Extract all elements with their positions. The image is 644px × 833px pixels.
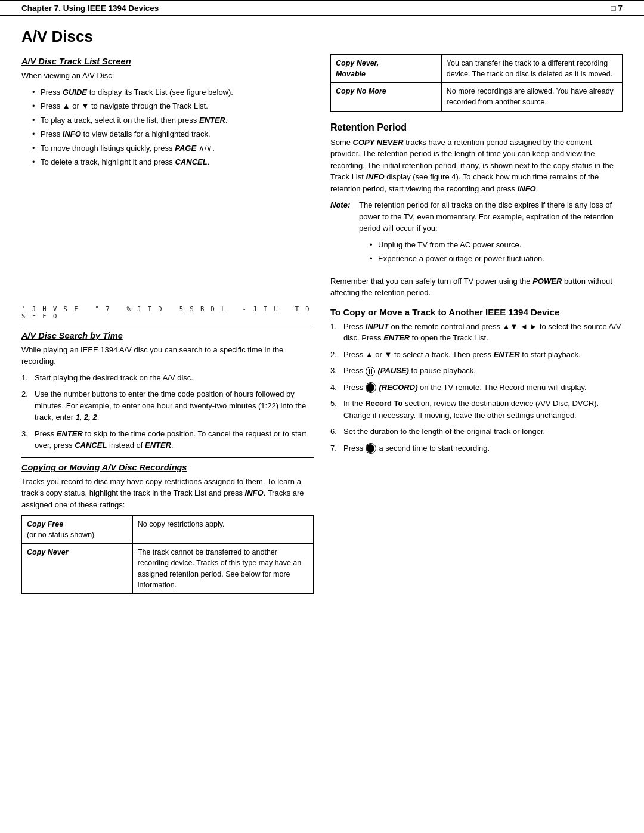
section-copying: Copying or Moving A/V Disc Recordings Tr… (21, 463, 314, 594)
content: A/V Discs A/V Disc Track List Screen Whe… (0, 16, 644, 612)
pause-icon (366, 367, 375, 376)
copy-never-label: Copy Never (22, 544, 133, 594)
copy-never-movable-value: You can transfer the track to a differen… (441, 55, 622, 83)
figure-area (21, 174, 314, 299)
right-column: Copy Never,Movable You can transfer the … (330, 54, 623, 600)
copy-table-row-never: Copy Never The track cannot be transferr… (22, 544, 314, 594)
track-list-intro: When viewing an A/V Disc: (21, 70, 314, 82)
page-header: Chapter 7. Using IEEE 1394 Devices □ 7 (0, 0, 644, 16)
bullet-3: To play a track, select it on the list, … (32, 114, 314, 126)
bullet-2: Press ▲ or ▼ to navigate through the Tra… (32, 100, 314, 112)
divider-1 (21, 326, 314, 326)
copy-table: Copy Free (or no status shown) No copy r… (21, 515, 314, 594)
copying-intro: Tracks you record to disc may have copy … (21, 476, 314, 511)
section-copy-move: To Copy or Move a Track to Another IEEE … (330, 307, 623, 454)
copy-move-step-4: Press (RECORD) on the TV remote. The Rec… (330, 382, 623, 394)
copy-move-step-2: Press ▲ or ▼ to select a track. Then pre… (330, 349, 623, 361)
copy-move-step-1: Press INPUT on the remote control and pr… (330, 321, 623, 344)
note-label: Note: (330, 199, 354, 270)
note-bullet-2: Experience a power outage or power fluct… (370, 253, 623, 265)
header-title: Chapter 7. Using IEEE 1394 Devices (21, 4, 159, 13)
divider-2 (21, 457, 314, 458)
copy-no-more-label: Copy No More (331, 83, 442, 111)
figure-caption: ' J H V S F " 7 % J T D 5 S B D L - J T … (21, 305, 314, 320)
copy-move-steps: Press INPUT on the remote control and pr… (330, 321, 623, 454)
copy-move-step-6: Set the duration to the length of the or… (330, 426, 623, 438)
top-copy-table: Copy Never,Movable You can transfer the … (330, 54, 623, 112)
header-page: □ 7 (611, 4, 623, 13)
section-search-by-time: A/V Disc Search by Time While playing an… (21, 331, 314, 451)
record-icon-2 (366, 443, 376, 454)
retention-para1: Some COPY NEVER tracks have a retention … (330, 137, 623, 195)
bullet-6: To delete a track, highlight it and pres… (32, 156, 314, 168)
copy-free-value: No copy restrictions apply. (132, 516, 313, 544)
note-content: The retention period for all tracks on t… (359, 199, 623, 270)
copy-move-step-5: In the Record To section, review the des… (330, 398, 623, 421)
retention-heading: Retention Period (330, 122, 623, 133)
record-icon (366, 382, 376, 393)
bullet-4: Press INFO to view details for a highlig… (32, 128, 314, 140)
section-retention: Retention Period Some COPY NEVER tracks … (330, 122, 623, 299)
note-bullet-1: Unplug the TV from the AC power source. (370, 239, 623, 251)
search-step-3: Press ENTER to skip to the time code pos… (21, 428, 314, 451)
left-column: A/V Disc Track List Screen When viewing … (21, 54, 314, 600)
bullet-1: Press GUIDE to display its Track List (s… (32, 86, 314, 98)
section-track-list: A/V Disc Track List Screen When viewing … (21, 57, 314, 168)
section-track-list-heading: A/V Disc Track List Screen (21, 57, 314, 66)
copy-no-more-value: No more recordings are allowed. You have… (441, 83, 622, 111)
track-list-bullets: Press GUIDE to display its Track List (s… (21, 86, 314, 168)
copy-free-label: Copy Free (or no status shown) (22, 516, 133, 544)
bullet-5: To move through listings quickly, press … (32, 143, 314, 154)
search-step-2: Use the number buttons to enter the time… (21, 388, 314, 423)
copying-heading: Copying or Moving A/V Disc Recordings (21, 463, 314, 472)
copy-move-heading: To Copy or Move a Track to Another IEEE … (330, 307, 623, 317)
page: Chapter 7. Using IEEE 1394 Devices □ 7 A… (0, 0, 644, 833)
search-steps: Start playing the desired track on the A… (21, 372, 314, 451)
search-by-time-heading: A/V Disc Search by Time (21, 331, 314, 340)
note-para: The retention period for all tracks on t… (359, 199, 623, 234)
copy-move-step-3: Press (PAUSE) to pause playback. (330, 365, 623, 377)
copy-never-value: The track cannot be transferred to anoth… (132, 544, 313, 594)
copy-table-row-free: Copy Free (or no status shown) No copy r… (22, 516, 314, 544)
search-by-time-intro: While playing an IEEE 1394 A/V disc you … (21, 344, 314, 367)
two-col-layout: A/V Disc Track List Screen When viewing … (21, 54, 623, 600)
note-bullets: Unplug the TV from the AC power source. … (359, 239, 623, 265)
search-step-1: Start playing the desired track on the A… (21, 372, 314, 384)
retention-footer: Remember that you can safely turn off TV… (330, 275, 623, 299)
chapter-title: A/V Discs (21, 27, 623, 46)
copy-never-movable-label: Copy Never,Movable (331, 55, 442, 83)
copy-move-step-7: Press a second time to start recording. (330, 442, 623, 454)
top-table-row-movable: Copy Never,Movable You can transfer the … (331, 55, 623, 83)
top-table-row-no-more: Copy No More No more recordings are allo… (331, 83, 623, 111)
note-block: Note: The retention period for all track… (330, 199, 623, 270)
